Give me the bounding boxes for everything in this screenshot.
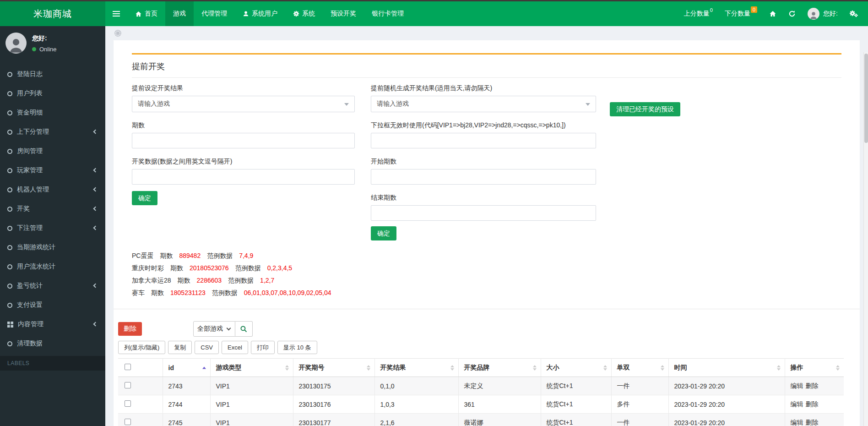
brand-logo[interactable]: 米珈商城: [0, 1, 105, 26]
sidebar-item-login-log[interactable]: 登陆日志: [0, 65, 105, 84]
table-row: 2743 VIP1 230130175 0,1,0 未定义 统货Ct+1 一件 …: [118, 377, 844, 395]
up-score-link[interactable]: 上分数量 0: [684, 10, 713, 18]
sidebar-item-content-management[interactable]: 内容管理: [0, 315, 105, 334]
sidebar-greeting: 您好:: [32, 34, 57, 43]
scrollbar-thumb[interactable]: [864, 54, 868, 143]
sidebar-item-robot-management[interactable]: 机器人管理: [0, 180, 105, 199]
start-period-input[interactable]: [371, 169, 596, 185]
column-header-time[interactable]: 时间: [668, 359, 785, 377]
column-header-draw-result[interactable]: 开奖结果: [374, 359, 458, 377]
nav-item-agent-management[interactable]: 代理管理: [194, 1, 235, 26]
home-shortcut-button[interactable]: [769, 10, 776, 17]
down-score-link[interactable]: 下分数量 0: [725, 10, 757, 18]
status-dot-icon: [32, 47, 36, 51]
cogs-icon: [850, 10, 858, 17]
down-score-badge: 0: [751, 6, 757, 13]
select-all-checkbox[interactable]: [125, 364, 131, 370]
row-checkbox[interactable]: [125, 400, 131, 407]
delete-link[interactable]: 删除: [806, 419, 819, 426]
nav-item-label: 首页: [145, 10, 157, 18]
nav-item-home[interactable]: 首页: [127, 1, 165, 26]
down-score-label: 下分数量: [725, 10, 750, 18]
circle-icon: [7, 341, 12, 346]
sidebar-item-clean-data[interactable]: 清理数据: [0, 334, 105, 353]
delete-link[interactable]: 删除: [806, 382, 819, 389]
delete-link[interactable]: 删除: [806, 400, 819, 408]
csv-button[interactable]: CSV: [195, 341, 219, 354]
edit-link[interactable]: 编辑: [791, 400, 803, 408]
settings-menu-button[interactable]: [850, 10, 858, 17]
column-header-draw-number[interactable]: 开奖期号: [293, 359, 374, 377]
clear-drawn-presets-button[interactable]: 清理已经开奖的预设: [610, 102, 680, 116]
circle-icon: [7, 226, 12, 231]
chevron-left-icon: [93, 207, 98, 211]
edit-link[interactable]: 编辑: [791, 382, 803, 389]
confirm-button-left[interactable]: 确定: [132, 191, 157, 205]
status-label: Online: [39, 46, 57, 53]
page-scrollbar[interactable]: [863, 52, 868, 426]
game-filter-select[interactable]: 全部游戏: [193, 321, 235, 337]
chevron-left-icon: [93, 187, 98, 192]
column-header-game-type[interactable]: 游戏类型: [210, 359, 293, 377]
nav-item-label: 游戏: [173, 10, 186, 18]
nav-item-bank-card-management[interactable]: 银行卡管理: [364, 1, 412, 26]
sidebar-item-user-list[interactable]: 用户列表: [0, 84, 105, 103]
page-title: 提前开奖: [132, 55, 841, 78]
column-header-draw-brand[interactable]: 开奖品牌: [458, 359, 541, 377]
fallback-code-input[interactable]: [371, 133, 596, 148]
circle-icon: [7, 303, 12, 308]
sidebar-item-profit-loss-stats[interactable]: 盈亏统计: [0, 276, 105, 295]
column-header-actions[interactable]: 操作: [785, 359, 844, 377]
random-game-select[interactable]: 请输入游戏: [371, 96, 596, 112]
sidebar-item-fund-details[interactable]: 资金明细: [0, 103, 105, 122]
search-button[interactable]: [235, 321, 253, 337]
draw-data-input[interactable]: [132, 169, 355, 185]
game-select[interactable]: 请输入游戏: [132, 96, 355, 112]
nav-item-label: 系统用户: [252, 10, 277, 18]
print-button[interactable]: 打印: [251, 341, 275, 354]
nav-item-system-users[interactable]: 系统用户: [235, 1, 285, 26]
draw-results-table: id 游戏类型 开奖期号 开奖结果 开奖品牌 大小 单双 时间 操作: [118, 358, 844, 426]
home-icon: [135, 11, 142, 17]
sort-icon: [367, 365, 370, 371]
period-label: 期数: [132, 121, 355, 130]
sidebar-item-bet-management[interactable]: 下注管理: [0, 218, 105, 238]
confirm-button-right[interactable]: 确定: [371, 226, 396, 240]
delete-selected-button[interactable]: 删除: [118, 322, 142, 336]
column-header-odd-even[interactable]: 单双: [611, 359, 668, 377]
online-status[interactable]: Online: [32, 46, 57, 53]
example-line: 重庆时时彩期数20180523076范例数据0,2,3,4,5: [132, 262, 841, 274]
sidebar-item-payment-settings[interactable]: 支付设置: [0, 295, 105, 315]
sidebar: 您好: Online 登陆日志 用户列表 资金明细 上下分管理 房间管理 玩家管…: [0, 26, 105, 426]
refresh-button[interactable]: [788, 10, 796, 17]
nav-item-games[interactable]: 游戏: [165, 1, 194, 26]
sidebar-item-player-management[interactable]: 玩家管理: [0, 161, 105, 180]
gear-outline-icon[interactable]: [114, 29, 122, 38]
sidebar-item-draw[interactable]: 开奖: [0, 199, 105, 218]
sort-icon: [661, 365, 664, 371]
row-checkbox[interactable]: [125, 419, 131, 425]
copy-button[interactable]: 复制: [168, 341, 192, 354]
period-input[interactable]: [132, 133, 355, 148]
edit-link[interactable]: 编辑: [791, 419, 803, 426]
row-checkbox[interactable]: [125, 382, 131, 388]
page-card: 提前开奖 提前设定开奖结果 请输入游戏 期数 开奖数据(数据之间用英文逗号隔开)…: [114, 40, 860, 426]
sidebar-item-current-game-stats[interactable]: 当期游戏统计: [0, 238, 105, 257]
circle-icon: [7, 245, 12, 250]
end-period-input[interactable]: [371, 205, 596, 221]
sidebar-item-room-management[interactable]: 房间管理: [0, 142, 105, 161]
nav-item-system[interactable]: 系统: [285, 1, 323, 26]
excel-button[interactable]: Excel: [222, 341, 248, 354]
home-icon: [769, 10, 776, 17]
column-header-id[interactable]: id: [163, 359, 210, 377]
sidebar-item-score-management[interactable]: 上下分管理: [0, 122, 105, 142]
user-menu[interactable]: 您好:: [808, 8, 838, 20]
nav-item-preset-draw[interactable]: 预设开奖: [323, 1, 364, 26]
chevron-left-icon: [93, 168, 98, 173]
page-length-button[interactable]: 显示 10 条: [277, 341, 317, 354]
table-header-row: id 游戏类型 开奖期号 开奖结果 开奖品牌 大小 单双 时间 操作: [118, 359, 844, 377]
sidebar-toggle-icon[interactable]: [105, 1, 127, 26]
sidebar-item-user-flow-stats[interactable]: 用户流水统计: [0, 257, 105, 276]
column-header-size[interactable]: 大小: [541, 359, 611, 377]
columns-visibility-button[interactable]: 列(显示/隐藏): [118, 341, 165, 354]
